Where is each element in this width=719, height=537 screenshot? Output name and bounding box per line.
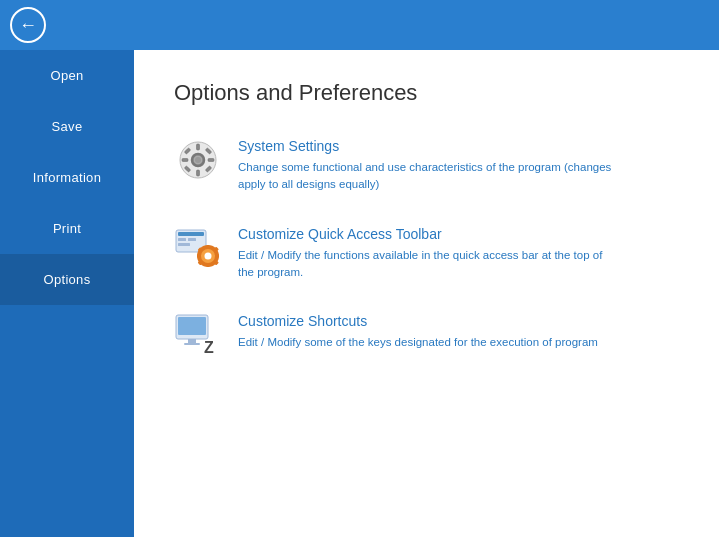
svg-rect-3: [197, 170, 200, 176]
back-icon: ←: [19, 15, 37, 36]
page-title: Options and Preferences: [174, 80, 679, 106]
sidebar-item-print[interactable]: Print: [0, 203, 134, 254]
sidebar: Open Save Information Print Options: [0, 50, 134, 537]
svg-rect-31: [184, 343, 200, 345]
sidebar-item-information[interactable]: Information: [0, 152, 134, 203]
svg-rect-15: [188, 238, 196, 241]
shortcuts-desc: Edit / Modify some of the keys designate…: [238, 334, 598, 351]
svg-point-11: [195, 157, 201, 163]
shortcuts-icon: Z: [174, 311, 222, 359]
sidebar-item-save[interactable]: Save: [0, 101, 134, 152]
svg-rect-14: [178, 238, 186, 241]
back-button[interactable]: ←: [10, 7, 46, 43]
quick-access-icon: [174, 224, 222, 272]
main-layout: Open Save Information Print Options Opti…: [0, 50, 719, 537]
shortcuts-title: Customize Shortcuts: [238, 313, 598, 329]
top-bar: ←: [0, 0, 719, 50]
quick-access-desc: Edit / Modify the functions available in…: [238, 247, 618, 282]
svg-rect-5: [208, 159, 214, 162]
svg-rect-4: [182, 159, 188, 162]
sidebar-item-options[interactable]: Options: [0, 254, 134, 305]
svg-rect-23: [215, 254, 219, 257]
shortcuts-text: Customize Shortcuts Edit / Modify some o…: [238, 311, 598, 351]
svg-rect-30: [188, 339, 196, 343]
system-settings-desc: Change some functional and use character…: [238, 159, 618, 194]
system-settings-title: System Settings: [238, 138, 618, 154]
quick-access-title: Customize Quick Access Toolbar: [238, 226, 618, 242]
svg-rect-2: [197, 144, 200, 150]
svg-rect-13: [178, 232, 204, 236]
svg-rect-29: [178, 317, 206, 335]
system-settings-text: System Settings Change some functional a…: [238, 136, 618, 194]
svg-rect-20: [207, 245, 210, 249]
svg-text:Z: Z: [204, 339, 214, 356]
gear-icon: [174, 136, 222, 184]
content-area: Options and Preferences: [134, 50, 719, 537]
quick-access-text: Customize Quick Access Toolbar Edit / Mo…: [238, 224, 618, 282]
svg-point-19: [205, 252, 212, 259]
quick-access-option[interactable]: Customize Quick Access Toolbar Edit / Mo…: [174, 224, 679, 282]
system-settings-option[interactable]: System Settings Change some functional a…: [174, 136, 679, 194]
svg-rect-21: [207, 263, 210, 267]
svg-rect-16: [178, 243, 190, 246]
shortcuts-option[interactable]: Z Customize Shortcuts Edit / Modify some…: [174, 311, 679, 359]
svg-rect-22: [197, 254, 201, 257]
sidebar-item-open[interactable]: Open: [0, 50, 134, 101]
